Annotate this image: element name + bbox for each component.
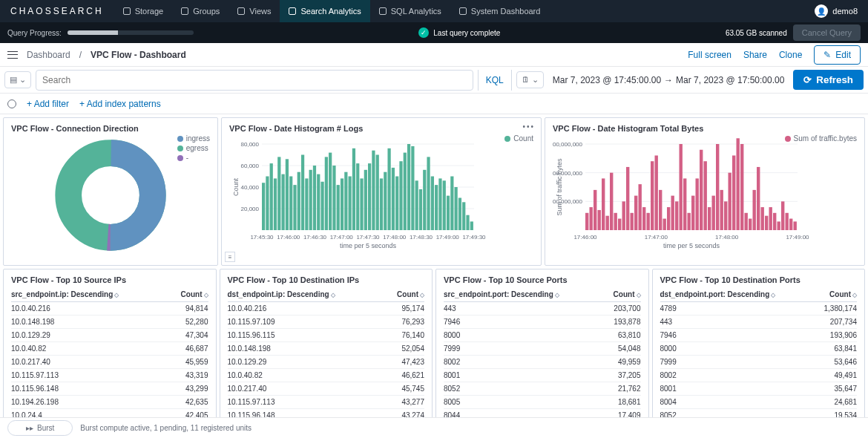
progress-fill (68, 30, 118, 35)
table-row[interactable]: 10.0.40.21694,814 (11, 302, 208, 316)
table-row[interactable]: 10.115.97.11343,319 (11, 369, 208, 382)
table-row[interactable]: 800249,959 (444, 356, 641, 369)
svg-text:17:45:30: 17:45:30 (250, 234, 274, 241)
table-row[interactable]: 47891,380,174 (660, 302, 858, 316)
table-row[interactable]: 805221,762 (444, 382, 641, 396)
svg-rect-30 (337, 185, 340, 230)
svg-rect-35 (356, 163, 359, 230)
nav-search-analytics[interactable]: Search Analytics (280, 0, 369, 22)
refresh-icon: ⟳ (803, 74, 812, 85)
table-row[interactable]: 10.0.40.21695,174 (228, 302, 425, 316)
nav-icon (289, 7, 296, 15)
table-row[interactable]: 10.0.40.8246,621 (228, 369, 425, 382)
table-row[interactable]: 799953,646 (660, 356, 858, 369)
nav-sql-analytics[interactable]: SQL Analytics (370, 0, 450, 22)
table-row[interactable]: 800518,681 (444, 396, 641, 409)
table-row[interactable]: 800424,681 (660, 396, 858, 409)
panel-menu-icon[interactable]: ••• (522, 122, 535, 131)
progress-status: ✓ Last query complete (200, 27, 720, 38)
table-row[interactable]: 10.0.217.4045,745 (228, 382, 425, 396)
panel-title: VPC Flow - Date Histogram # Logs (229, 124, 533, 133)
svg-rect-21 (301, 155, 304, 231)
svg-rect-56 (438, 178, 441, 230)
table-row[interactable]: 10.0.148.19852,054 (228, 342, 425, 356)
panel-title: VPC Flow - Connection Direction (11, 124, 210, 133)
cancel-query-button[interactable]: Cancel Query (793, 24, 861, 41)
legend-toggle-icon[interactable]: ≡ (225, 252, 235, 262)
svg-rect-33 (349, 177, 352, 231)
search-input[interactable] (36, 70, 473, 91)
fullscreen-link[interactable]: Full screen (688, 50, 731, 60)
table-row[interactable]: 7946193,878 (444, 316, 641, 329)
svg-rect-96 (642, 207, 645, 230)
svg-rect-85 (598, 210, 601, 230)
table-header[interactable]: dst_endpoint.port: Descending◇Count◇ (660, 287, 858, 302)
svg-text:17:46:00: 17:46:00 (277, 234, 300, 241)
edit-button[interactable]: ✎ Edit (814, 45, 861, 65)
svg-rect-26 (320, 182, 323, 230)
nav-icon (459, 7, 467, 15)
svg-rect-24 (313, 166, 316, 230)
pencil-icon: ✎ (823, 50, 831, 60)
table-row[interactable]: 10.0.129.2947,304 (11, 329, 208, 342)
nav-icon (181, 7, 188, 15)
menu-icon[interactable] (7, 51, 18, 59)
table-row[interactable]: 799954,048 (444, 342, 641, 356)
add-filter-link[interactable]: + Add filter (27, 99, 69, 109)
search-options-button[interactable]: ▤ ⌄ (4, 71, 31, 88)
table-row[interactable]: 800063,841 (660, 342, 858, 356)
table-header[interactable]: src_endpoint.ip: Descending◇Count◇ (11, 287, 208, 302)
table-row[interactable]: 800249,491 (660, 369, 858, 382)
share-link[interactable]: Share (743, 50, 767, 60)
table-row[interactable]: 443203,700 (444, 302, 641, 316)
panel-title: VPC Flow - Top 10 Destination Ports (660, 275, 858, 284)
table-row[interactable]: 7946193,906 (660, 329, 858, 342)
table-row[interactable]: 10.115.96.14843,299 (11, 382, 208, 396)
svg-rect-16 (281, 174, 284, 230)
avatar-icon: 👤 (815, 4, 828, 18)
table-row[interactable]: 800137,205 (444, 369, 641, 382)
logs-legend: Count (504, 134, 533, 144)
svg-rect-11 (262, 183, 265, 230)
gear-icon[interactable] (7, 99, 16, 108)
table-header[interactable]: dst_endpoint.ip: Descending◇Count◇ (228, 287, 425, 302)
nav-storage[interactable]: Storage (114, 0, 173, 22)
date-range[interactable]: Mar 7, 2023 @ 17:45:00.00 → Mar 7, 2023 … (548, 75, 789, 85)
calendar-button[interactable]: 🗓 ⌄ (516, 71, 544, 88)
table-row[interactable]: 10.0.129.2947,423 (228, 356, 425, 369)
table-row[interactable]: 10.115.97.10976,293 (228, 316, 425, 329)
table-row[interactable]: 10.0.217.4045,959 (11, 356, 208, 369)
footer: ▸▸ Burst Burst compute active, 1 pending… (0, 417, 868, 438)
burst-button[interactable]: ▸▸ Burst (7, 420, 73, 436)
add-index-link[interactable]: + Add index patterns (79, 99, 161, 109)
table-row[interactable]: 800063,810 (444, 329, 641, 342)
svg-rect-57 (443, 180, 446, 230)
nav-icon (379, 7, 387, 15)
refresh-button[interactable]: ⟳ Refresh (793, 70, 864, 90)
svg-text:17:48:00: 17:48:00 (383, 234, 407, 241)
nav-views[interactable]: Views (228, 0, 280, 22)
clone-link[interactable]: Clone (779, 50, 802, 60)
svg-rect-122 (749, 219, 752, 230)
table-row[interactable]: 443207,734 (660, 316, 858, 329)
svg-rect-49 (411, 146, 414, 230)
svg-rect-32 (344, 172, 347, 230)
table-row[interactable]: 10.115.97.11343,277 (228, 396, 425, 409)
nav-items: StorageGroupsViewsSearch AnalyticsSQL An… (114, 0, 550, 22)
kql-toggle[interactable]: KQL (478, 70, 512, 91)
svg-text:time per 5 seconds: time per 5 seconds (340, 242, 397, 249)
table-row[interactable]: 800135,647 (660, 382, 858, 396)
nav-icon (237, 7, 245, 15)
table-row[interactable]: 10.0.148.19852,280 (11, 316, 208, 329)
table-row[interactable]: 10.0.40.8246,687 (11, 342, 208, 356)
svg-rect-93 (631, 213, 634, 230)
table-row[interactable]: 10.194.26.19842,635 (11, 396, 208, 409)
breadcrumb-root[interactable]: Dashboard (27, 50, 70, 60)
user-menu[interactable]: 👤 demo8 (804, 4, 868, 18)
nav-groups[interactable]: Groups (172, 0, 228, 22)
table-row[interactable]: 10.115.96.11576,140 (228, 329, 425, 342)
svg-rect-88 (610, 173, 613, 230)
table-header[interactable]: src_endpoint.port: Descending◇Count◇ (444, 287, 641, 302)
nav-system-dashboard[interactable]: System Dashboard (450, 0, 550, 22)
progress-label: Query Progress: (7, 29, 62, 37)
